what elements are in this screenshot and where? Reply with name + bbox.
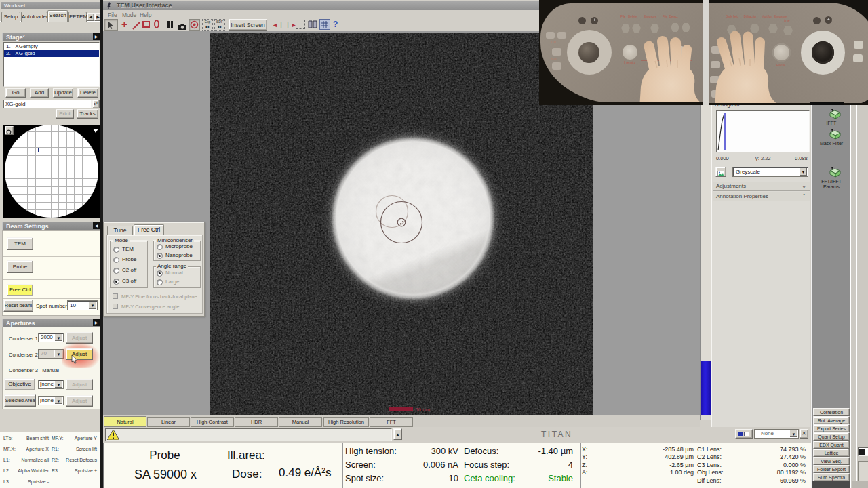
svg-text:50 nm: 50 nm [415,407,431,413]
